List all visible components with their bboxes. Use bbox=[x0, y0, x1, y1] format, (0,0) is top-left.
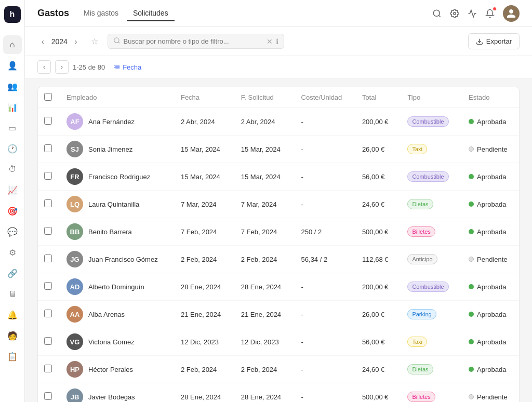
employee-avatar-2: FR bbox=[66, 168, 83, 185]
sidebar-item-user[interactable]: 👤 bbox=[3, 56, 22, 75]
tipo-badge-3: Dietas bbox=[407, 199, 433, 209]
prev-page-button[interactable]: ‹ bbox=[37, 60, 51, 74]
fecha-cell-0: 2 Abr, 2024 bbox=[172, 108, 233, 136]
table-row: AF Ana Fernández 2 Abr, 2024 2 Abr, 2024… bbox=[38, 108, 519, 136]
settings-icon[interactable] bbox=[450, 9, 459, 18]
estado-cell-0: Aprobada bbox=[460, 108, 519, 136]
nav-mis-gastos[interactable]: Mis gastos bbox=[77, 6, 125, 21]
tipo-cell-6: Combustible bbox=[399, 273, 460, 301]
fecha-cell-8: 12 Dic, 2023 bbox=[172, 328, 233, 356]
info-icon[interactable]: ℹ bbox=[276, 37, 278, 46]
sidebar-item-share[interactable]: 🔗 bbox=[3, 264, 22, 283]
sidebar-item-chat[interactable]: 💬 bbox=[3, 222, 22, 241]
main-content: Gastos Mis gastos Solicitudes bbox=[25, 0, 532, 402]
sidebar-item-home[interactable]: ⌂ bbox=[3, 35, 22, 54]
row-checkbox-5[interactable] bbox=[44, 254, 52, 262]
tipo-badge-8: Taxi bbox=[407, 337, 427, 347]
year-nav: ‹ 2024 › bbox=[37, 35, 82, 48]
row-checkbox-cell-8 bbox=[38, 328, 58, 356]
estado-cell-1: Pendiente bbox=[460, 136, 519, 163]
tipo-badge-5: Anticipo bbox=[407, 254, 437, 264]
sidebar-item-timer[interactable]: ⏱ bbox=[3, 160, 22, 179]
tipo-badge-9: Dietas bbox=[407, 364, 433, 374]
fecha-cell-2: 15 Mar, 2024 bbox=[172, 163, 233, 191]
next-page-button[interactable]: › bbox=[55, 60, 69, 74]
clear-search-button[interactable]: ✕ bbox=[267, 37, 273, 46]
estado-cell-3: Aprobada bbox=[460, 191, 519, 218]
employee-name-3: Laura Quintanilla bbox=[88, 200, 139, 208]
status-label-7: Aprobada bbox=[477, 311, 506, 318]
row-checkbox-9[interactable] bbox=[44, 365, 52, 372]
sidebar-item-history[interactable]: 📋 bbox=[3, 347, 22, 366]
sidebar-item-chart[interactable]: 📊 bbox=[3, 98, 22, 116]
year-prev-button[interactable]: ‹ bbox=[37, 35, 48, 48]
fecha-cell-9: 2 Feb, 2024 bbox=[172, 356, 233, 383]
row-checkbox-0[interactable] bbox=[44, 117, 52, 125]
row-checkbox-2[interactable] bbox=[44, 172, 52, 180]
fecha-cell-6: 28 Ene, 2024 bbox=[172, 273, 233, 301]
tipo-badge-0: Combustible bbox=[407, 116, 448, 127]
sidebar-item-inbox[interactable]: ▭ bbox=[3, 118, 22, 137]
row-checkbox-3[interactable] bbox=[44, 199, 52, 207]
search-icon[interactable] bbox=[432, 9, 442, 18]
row-checkbox-cell-9 bbox=[38, 356, 58, 383]
employee-cell-4: BB Benito Barrera bbox=[58, 218, 172, 246]
favorite-button[interactable]: ☆ bbox=[88, 34, 101, 48]
fecha-cell-4: 7 Feb, 2024 bbox=[172, 218, 233, 246]
employee-avatar-5: JG bbox=[66, 251, 83, 267]
fecha-cell-1: 15 Mar, 2024 bbox=[172, 136, 233, 163]
nav-solicitudes[interactable]: Solicitudes bbox=[127, 6, 175, 21]
sidebar-item-bell[interactable]: 🔔 bbox=[3, 305, 22, 324]
row-checkbox-1[interactable] bbox=[44, 144, 52, 152]
tipo-cell-0: Combustible bbox=[399, 108, 460, 136]
user-avatar[interactable] bbox=[503, 5, 520, 22]
row-checkbox-cell-3 bbox=[38, 191, 58, 218]
total-cell-0: 200,00 € bbox=[354, 108, 399, 136]
export-button[interactable]: Exportar bbox=[468, 33, 520, 49]
row-checkbox-cell-10 bbox=[38, 383, 58, 403]
estado-cell-5: Pendiente bbox=[460, 246, 519, 273]
row-checkbox-6[interactable] bbox=[44, 282, 52, 290]
sidebar-item-users[interactable]: 👥 bbox=[3, 77, 22, 96]
total-cell-6: 200,00 € bbox=[354, 273, 399, 301]
tipo-cell-9: Dietas bbox=[399, 356, 460, 383]
table-row: SJ Sonia Jimenez 15 Mar, 2024 15 Mar, 20… bbox=[38, 136, 519, 163]
sidebar-item-gear[interactable]: ⚙ bbox=[3, 243, 22, 262]
employee-avatar-7: AA bbox=[66, 306, 83, 323]
status-dot-8 bbox=[469, 339, 474, 344]
row-checkbox-cell-1 bbox=[38, 136, 58, 163]
app-logo[interactable]: h bbox=[4, 6, 21, 23]
sidebar-item-target[interactable]: 🎯 bbox=[3, 202, 22, 220]
employee-name-5: Juan Francisco Gómez bbox=[88, 256, 158, 263]
sort-label: Fecha bbox=[123, 63, 141, 71]
activity-icon[interactable] bbox=[468, 9, 477, 18]
table-row: FR Francisco Rodriguez 15 Mar, 2024 15 M… bbox=[38, 163, 519, 191]
sidebar-item-person[interactable]: 🧑 bbox=[3, 326, 22, 345]
coste-cell-5: 56,34 / 2 bbox=[293, 246, 354, 273]
select-all-checkbox[interactable] bbox=[44, 93, 52, 101]
year-display: 2024 bbox=[51, 37, 68, 46]
fecha-cell-7: 21 Ene, 2024 bbox=[172, 301, 233, 328]
svg-point-1 bbox=[454, 12, 456, 15]
row-checkbox-cell-2 bbox=[38, 163, 58, 191]
row-checkbox-10[interactable] bbox=[44, 392, 52, 400]
sidebar-item-bar-chart[interactable]: 📈 bbox=[3, 181, 22, 199]
search-icon bbox=[113, 37, 121, 46]
search-input[interactable] bbox=[124, 37, 263, 45]
row-checkbox-7[interactable] bbox=[44, 310, 52, 317]
row-checkbox-8[interactable] bbox=[44, 337, 52, 345]
fsolicitud-cell-10: 28 Ene, 2024 bbox=[233, 383, 293, 403]
notifications-icon[interactable] bbox=[485, 9, 495, 18]
col-fsolicitud: F. Solicitud bbox=[233, 87, 293, 108]
row-checkbox-4[interactable] bbox=[44, 227, 52, 235]
estado-cell-9: Aprobada bbox=[460, 356, 519, 383]
fsolicitud-cell-0: 2 Abr, 2024 bbox=[233, 108, 293, 136]
sidebar-item-clock[interactable]: 🕐 bbox=[3, 139, 22, 158]
year-next-button[interactable]: › bbox=[71, 35, 82, 48]
employee-avatar-6: AD bbox=[66, 278, 83, 295]
employee-name-6: Alberto Dominguín bbox=[88, 283, 144, 291]
sort-button[interactable]: Fecha bbox=[113, 63, 141, 71]
table-container: Empleado Fecha F. Solicitud Coste/Unidad… bbox=[25, 78, 532, 402]
sidebar-item-monitor[interactable]: 🖥 bbox=[3, 285, 22, 303]
employee-name-9: Héctor Perales bbox=[88, 366, 133, 373]
